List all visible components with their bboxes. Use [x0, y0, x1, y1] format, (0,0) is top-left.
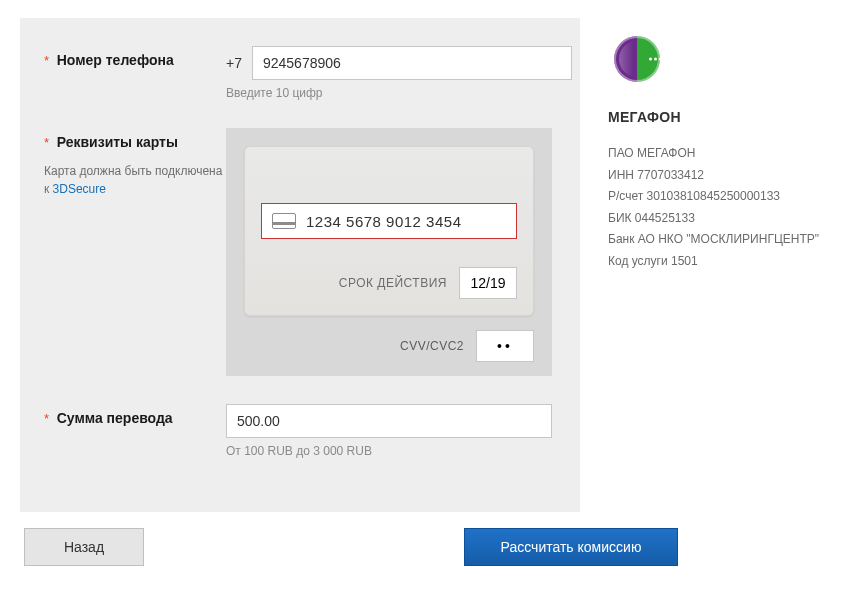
secure-link[interactable]: 3DSecure — [53, 182, 106, 196]
info-line-2: Р/счет 30103810845250000133 — [608, 186, 821, 208]
card-icon — [272, 213, 296, 229]
phone-input[interactable] — [252, 46, 572, 80]
card-field-col: СРОК ДЕЙСТВИЯ CVV/CVC2 — [226, 128, 556, 376]
expiry-input[interactable] — [459, 267, 517, 299]
logo-wrap — [608, 36, 821, 85]
amount-row: * Сумма перевода От 100 RUB до 3 000 RUB — [44, 404, 556, 458]
page-container: * Номер телефона +7 Введите 10 цифр * Ре… — [20, 18, 821, 512]
phone-label: Номер телефона — [57, 52, 174, 68]
amount-label: Сумма перевода — [57, 410, 173, 426]
form-panel: * Номер телефона +7 Введите 10 цифр * Ре… — [20, 18, 580, 512]
info-line-4: Банк АО НКО "МОСКЛИРИНГЦЕНТР" — [608, 229, 821, 251]
card-sub: Карта должна быть подключена к 3DSecure — [44, 162, 226, 198]
side-panel: МЕГАФОН ПАО МЕГАФОН ИНН 7707033412 Р/сче… — [608, 18, 821, 512]
buttons-row: Назад Рассчитать комиссию — [20, 528, 821, 566]
amount-field-col: От 100 RUB до 3 000 RUB — [226, 404, 556, 458]
phone-hint: Введите 10 цифр — [226, 86, 572, 100]
required-marker: * — [44, 53, 49, 68]
card-label-col: * Реквизиты карты Карта должна быть подк… — [44, 128, 226, 198]
card-number-input[interactable] — [306, 213, 506, 230]
info-line-3: БИК 044525133 — [608, 208, 821, 230]
cvv-row: CVV/CVC2 — [226, 330, 552, 362]
card-area: СРОК ДЕЙСТВИЯ CVV/CVC2 — [226, 128, 552, 376]
amount-label-col: * Сумма перевода — [44, 404, 226, 426]
required-marker: * — [44, 135, 49, 150]
card-number-wrap — [261, 203, 517, 239]
back-button[interactable]: Назад — [24, 528, 144, 566]
company-title: МЕГАФОН — [608, 109, 821, 125]
card-row: * Реквизиты карты Карта должна быть подк… — [44, 128, 556, 376]
cvv-input[interactable] — [476, 330, 534, 362]
phone-prefix: +7 — [226, 55, 242, 71]
info-line-0: ПАО МЕГАФОН — [608, 143, 821, 165]
card-label: Реквизиты карты — [57, 134, 178, 150]
info-line-1: ИНН 7707033412 — [608, 165, 821, 187]
card-shape: СРОК ДЕЙСТВИЯ — [244, 146, 534, 316]
required-marker: * — [44, 411, 49, 426]
phone-row: * Номер телефона +7 Введите 10 цифр — [44, 46, 556, 100]
amount-input[interactable] — [226, 404, 552, 438]
megafon-logo-icon — [614, 36, 660, 82]
expiry-label: СРОК ДЕЙСТВИЯ — [339, 276, 447, 290]
phone-line: +7 — [226, 46, 572, 80]
cvv-label: CVV/CVC2 — [400, 339, 464, 353]
calculate-commission-button[interactable]: Рассчитать комиссию — [464, 528, 678, 566]
expiry-row: СРОК ДЕЙСТВИЯ — [261, 267, 517, 299]
phone-field-col: +7 Введите 10 цифр — [226, 46, 572, 100]
amount-hint: От 100 RUB до 3 000 RUB — [226, 444, 556, 458]
phone-label-col: * Номер телефона — [44, 46, 226, 68]
info-line-5: Код услуги 1501 — [608, 251, 821, 273]
